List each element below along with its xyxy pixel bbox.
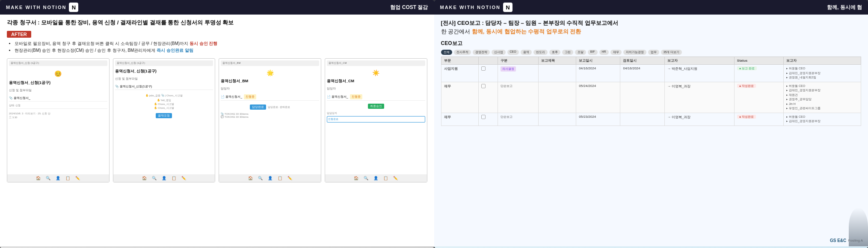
checkbox-2[interactable] xyxy=(481,84,486,88)
screen-4-nav: 🏠 🔍 👤 📋 ✏️ xyxy=(325,174,427,182)
screen-1-nav: 🏠 🔍 👤 📋 ✏️ xyxy=(7,174,109,182)
filter-jodal[interactable]: 조달 xyxy=(575,50,586,55)
nav-user-2[interactable]: 👤 xyxy=(162,176,166,180)
nav-home[interactable]: 🏠 xyxy=(36,176,41,180)
right-header-corner: 함께, 동시에 협 xyxy=(827,4,862,11)
row2-assignees: ▸ 허웅돌 CEO ▸ 김태진_경영지원본부장 ▸ 재원건 ▸ 권영주_공무담당… xyxy=(784,82,861,113)
nav-list-2[interactable]: 📋 xyxy=(172,176,176,180)
row1-reporter: → 박준혁_사업지원 xyxy=(664,65,734,82)
nav-list-4[interactable]: 📋 xyxy=(383,176,388,180)
right-title-line1: [전사] CEO보고 : 담당자 – 팀장 – 임원 – 본부장의 수직적 업무… xyxy=(441,19,862,27)
row3-review-date xyxy=(620,113,664,125)
row2-report-date: 05/24/2024 xyxy=(576,82,620,113)
screen-3: 용역신청서_BM 🌟 용역신청서_BM 담당자 📄 용역신청서_ 진행중 담당완… xyxy=(219,58,321,182)
row1-assignees: ▸ 허웅돌 CEO ▸ 김태진_경영지원본부장 ▸ 권영원_네덜지회2팀 xyxy=(784,65,861,82)
nav-search-2[interactable]: 🔍 xyxy=(152,176,157,180)
filter-service[interactable]: 용역 xyxy=(521,50,532,55)
screen-4-status-inprogress: 진행중 xyxy=(350,94,362,99)
nav-edit-3[interactable]: ✏️ xyxy=(287,176,292,180)
screen-4-breadcrumb: 용역신청서_CM xyxy=(329,61,347,65)
row3-report-date: 05/23/2024 xyxy=(576,113,620,125)
screen-4-title: 용역신청서_CM xyxy=(327,78,425,84)
row3-reporter: → 이영복_과장 xyxy=(664,113,734,125)
checkbox-3[interactable] xyxy=(481,115,486,119)
row3-assignees: ▸ 허웅돌 CEO ▸ 김태진_경영지원본부장 xyxy=(784,113,861,125)
screen-2-nav: 🏠 🔍 👤 📋 ✏️ xyxy=(113,174,215,182)
screen-4-header: 용역신청서_CM xyxy=(327,60,425,66)
row3-title xyxy=(539,113,576,125)
right-logo-text: MAKE WITH NOTION xyxy=(440,5,501,10)
filter-strategy[interactable]: 경영전략 xyxy=(473,50,490,55)
row1-check xyxy=(479,65,498,82)
filter-hohu[interactable]: 호후 xyxy=(549,50,560,55)
row1-review-date: 04/16/2024 xyxy=(620,65,664,82)
nav-edit[interactable]: ✏️ xyxy=(75,176,80,180)
nav-user[interactable]: 👤 xyxy=(56,176,60,180)
nav-search[interactable]: 🔍 xyxy=(46,176,50,180)
ceo-table: 부문 구분 보고제목 보고일시 검토일시 보고자 Status 보고자 사업지원… xyxy=(441,57,862,126)
screen-3-approve-btn[interactable]: 담당완료 xyxy=(250,105,266,110)
filter-more[interactable]: 35개 더보기 xyxy=(661,50,682,55)
bullet-list: 모바일로 필요장비, 용역 청구 후 결재요청 버튼 클릭 시 소속팀장 / 공… xyxy=(7,40,427,54)
screen-3-title: 용역신청서_BM xyxy=(221,78,319,84)
screen-2: 용역신청서_신청 (1공구) 용역신청서_신청(1공구) 신청 및 첨부파일 📎… xyxy=(113,58,216,182)
checkbox-1[interactable] xyxy=(481,66,486,71)
screen-4-final-btn[interactable]: 최종승인 xyxy=(368,104,384,109)
screen-1-subtitle: 신청 및 첨부파일 xyxy=(9,88,107,93)
nav-home-4[interactable]: 🏠 xyxy=(354,176,358,180)
left-logo: MAKE WITH NOTION N xyxy=(6,3,78,12)
left-slide-body: 각종 청구서 : 모바일을 통한 장비, 용역 신청 / 결재라인별 결재를 통… xyxy=(0,15,434,246)
screen-3-emoji: 🌟 xyxy=(267,69,274,76)
nav-home-2[interactable]: 🏠 xyxy=(142,176,147,180)
nav-user-3[interactable]: 👤 xyxy=(268,176,273,180)
filter-work[interactable]: 업무 xyxy=(648,50,659,55)
screen-1-emoji: 😊 xyxy=(54,70,62,77)
table-row: 재무 단순보고 05/24/2024 → 이영복_과장 ● 작성완료 ▸ 허웅돌… xyxy=(441,82,861,113)
filter-auto[interactable]: 자치가능경영 xyxy=(623,50,646,55)
col-title: 보고제목 xyxy=(539,57,576,65)
nav-edit-4[interactable]: ✏️ xyxy=(393,176,398,180)
row2-check xyxy=(479,82,498,113)
row1-report-date: 04/16/2024 xyxy=(576,65,620,82)
screen-1-breadcrumb: 용역신청서_신청 (1공구) xyxy=(11,61,39,65)
nav-edit-2[interactable]: ✏️ xyxy=(181,176,186,180)
filter-finance[interactable]: 재무 xyxy=(610,50,622,55)
screen-4: 용역신청서_CM ☀️ 용역신청서_CM 담당자 📄 용역신청서_ 진행중 최종… xyxy=(325,58,427,182)
screen-1-row1: 📎 용역신청서_ xyxy=(9,95,107,102)
left-slide: MAKE WITH NOTION N 협업 COST 절감 각종 청구서 : 모… xyxy=(0,0,434,248)
right-title-line2: 한 공간에서 함께, 동시에 협업하는 수평적 업무로의 전환 xyxy=(441,27,862,36)
filter-hr[interactable]: HR xyxy=(599,50,609,55)
filter-all[interactable]: 전체 xyxy=(441,50,452,55)
screen-4-row1: 📄 용역신청서_ 진행중 xyxy=(327,93,425,101)
row1-status: ● 보고 완료 xyxy=(734,65,783,82)
screen-3-row1: 📄 용역신청서_ 진행중 xyxy=(221,93,319,101)
nav-user-4[interactable]: 👤 xyxy=(373,176,378,180)
nav-list-3[interactable]: 📋 xyxy=(278,176,282,180)
row2-status: ● 작성완료 xyxy=(734,82,783,113)
screen-3-info: 📎 TOKOKE 30 30items 💬 TOKOKE 30 30items xyxy=(221,112,319,118)
filter-green[interactable]: 그린 xyxy=(562,50,573,55)
screen-2-request-btn[interactable]: 결재요청 xyxy=(156,113,172,118)
filter-company[interactable]: 전사추적 xyxy=(454,50,471,55)
screen-1-dates: 2024/10/8. 3 · 미리보기 · 25. 신호 단 三 3.30 xyxy=(9,112,107,120)
nav-list[interactable]: 📋 xyxy=(65,176,70,180)
bullet-item-2: 현장관리(BM) 승인 후 현장소장(CM) 승인 / 승인 후 청구자, BM… xyxy=(15,47,427,54)
highlight-simultaneous: 동시 승인 진행 xyxy=(190,41,218,46)
row3-category: 단순보고 xyxy=(498,113,538,125)
filter-ceo[interactable]: CEO xyxy=(507,50,519,55)
row3-check xyxy=(479,113,498,125)
filter-bif[interactable]: BIF xyxy=(588,50,598,55)
filter-bar: 전체 전사추적 경영전략 신사업 CEO 용역 반도리 호후 그린 조달 BIF… xyxy=(441,50,862,55)
nav-search-4[interactable]: 🔍 xyxy=(364,176,368,180)
left-header-corner: 협업 COST 절감 xyxy=(390,4,428,11)
filter-bandori[interactable]: 반도리 xyxy=(533,50,548,55)
row3-dept: 재무 xyxy=(441,113,479,125)
nav-search-3[interactable]: 🔍 xyxy=(258,176,263,180)
right-slide-header: MAKE WITH NOTION N 함께, 동시에 협 xyxy=(434,0,868,15)
right-title-block: [전사] CEO보고 : 담당자 – 팀장 – 임원 – 본부장의 수직적 업무… xyxy=(441,19,862,36)
nav-home-3[interactable]: 🏠 xyxy=(248,176,253,180)
table-row: 사업지원 의사결정 04/16/2024 04/16/2024 → 박준혁_사업… xyxy=(441,65,861,82)
left-slide-header: MAKE WITH NOTION N 협업 COST 절감 xyxy=(0,0,434,15)
col-dept: 부문 xyxy=(441,57,479,65)
filter-new-biz[interactable]: 신사업 xyxy=(492,50,506,55)
